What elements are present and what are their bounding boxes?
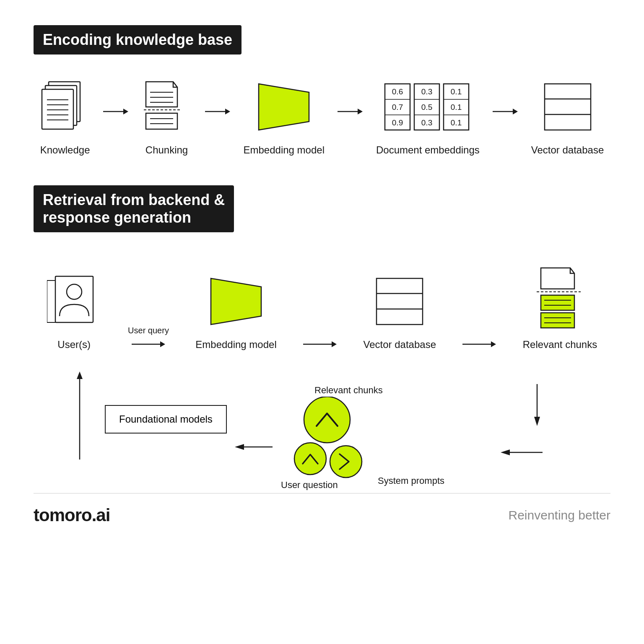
footer-logo: tomoro.ai xyxy=(34,505,110,525)
knowledge-label: Knowledge xyxy=(40,144,90,156)
embedding-model2-label: Embedding model xyxy=(195,339,276,351)
arrow-system-prompts xyxy=(501,446,543,459)
vector-db-icon xyxy=(540,80,595,134)
svg-rect-2 xyxy=(42,89,73,129)
arrow6 xyxy=(303,338,337,351)
svg-text:0.1: 0.1 xyxy=(451,87,462,96)
arrow7 xyxy=(462,338,496,351)
relevant-chunks-label: Relevant chunks xyxy=(523,339,597,351)
embedding-trapezoid xyxy=(254,80,313,134)
svg-text:0.1: 0.1 xyxy=(451,103,462,112)
svg-marker-19 xyxy=(259,84,309,130)
svg-marker-41 xyxy=(513,109,518,114)
svg-text:0.9: 0.9 xyxy=(392,118,403,127)
bottom-section: Foundational models xyxy=(34,371,610,480)
up-arrow xyxy=(73,371,86,460)
svg-rect-14 xyxy=(146,113,177,129)
page-container: Encoding knowledge base xyxy=(0,0,644,644)
relevant-chunks-icon xyxy=(532,266,587,329)
arrow-from-relevant xyxy=(531,384,543,426)
svg-text:0.7: 0.7 xyxy=(392,103,403,112)
arrow5 xyxy=(132,338,165,351)
svg-marker-18 xyxy=(225,109,230,114)
embedding-model-label: Embedding model xyxy=(244,144,325,156)
vector-db-label: Vector database xyxy=(531,144,604,156)
chunking-item: Chunking xyxy=(142,80,192,156)
svg-point-70 xyxy=(294,443,326,475)
embeddings-matrix-item: 0.6 0.7 0.9 0.3 0.5 0.3 0.1 0.1 xyxy=(376,80,480,156)
svg-marker-73 xyxy=(534,417,540,426)
section2-top-row: User(s) User query Embedding model xyxy=(34,266,610,359)
svg-rect-42 xyxy=(545,84,591,130)
svg-marker-49 xyxy=(160,341,165,347)
svg-text:0.1: 0.1 xyxy=(451,118,462,127)
vector-db-item: Vector database xyxy=(531,80,604,156)
arrow4 xyxy=(493,105,518,118)
relevant-chunks-label2: Relevant chunks xyxy=(314,385,383,396)
circle-cluster-svg xyxy=(277,397,377,480)
svg-marker-68 xyxy=(235,444,244,450)
footer: tomoro.ai Reinventing better xyxy=(34,493,610,525)
embedding-trapezoid2 xyxy=(207,274,265,329)
svg-point-71 xyxy=(330,446,362,478)
up-arrow-container xyxy=(73,371,86,460)
vector-db2-label: Vector database xyxy=(364,339,436,351)
svg-marker-9 xyxy=(123,109,128,114)
foundational-models-container: Foundational models xyxy=(105,405,227,434)
embedding-model2-item: Embedding model xyxy=(195,274,276,351)
embeddings-matrix: 0.6 0.7 0.9 0.3 0.5 0.3 0.1 0.1 xyxy=(383,80,473,134)
vector-db2-icon xyxy=(372,274,427,329)
section2: Retrieval from backend & response genera… xyxy=(34,185,610,480)
svg-marker-66 xyxy=(77,371,83,379)
section1-diagram: Knowledge xyxy=(34,80,610,156)
svg-marker-75 xyxy=(501,449,510,455)
doc-embeddings-label: Document embeddings xyxy=(376,144,480,156)
knowledge-item: Knowledge xyxy=(40,80,90,156)
svg-marker-57 xyxy=(491,341,496,347)
svg-marker-21 xyxy=(358,109,363,114)
arrow-to-foundational xyxy=(235,441,273,453)
section1-title: Encoding knowledge base xyxy=(34,25,242,55)
svg-marker-52 xyxy=(332,341,337,347)
arrow2 xyxy=(205,105,230,118)
svg-text:0.3: 0.3 xyxy=(421,87,432,96)
user-question-label: User question xyxy=(281,480,338,491)
chunking-icon xyxy=(142,80,192,134)
vector-db2-item: Vector database xyxy=(364,274,436,351)
svg-rect-53 xyxy=(377,278,423,325)
svg-rect-62 xyxy=(541,313,574,328)
embedding-model-item: Embedding model xyxy=(244,80,325,156)
svg-text:0.5: 0.5 xyxy=(421,103,432,112)
arrow1 xyxy=(103,105,128,118)
svg-text:0.6: 0.6 xyxy=(392,87,403,96)
svg-rect-59 xyxy=(541,295,574,310)
svg-point-69 xyxy=(304,397,350,443)
user-query-label: User query xyxy=(128,326,169,335)
users-label: User(s) xyxy=(57,339,91,351)
section2-title: Retrieval from backend & response genera… xyxy=(34,185,234,232)
section1: Encoding knowledge base xyxy=(34,25,610,164)
system-prompts-label: System prompts xyxy=(378,475,444,486)
circle-cluster: Relevant chunks User question System pro… xyxy=(277,397,377,482)
relevant-chunks-item: Relevant chunks xyxy=(523,266,597,351)
foundational-models-box: Foundational models xyxy=(105,405,227,434)
chunking-label: Chunking xyxy=(145,144,188,156)
knowledge-icon xyxy=(41,80,89,134)
users-item: User(s) xyxy=(47,274,101,351)
svg-text:0.3: 0.3 xyxy=(421,118,432,127)
arrow3 xyxy=(338,105,363,118)
footer-tagline: Reinventing better xyxy=(509,508,611,522)
foundational-models-label: Foundational models xyxy=(119,413,213,425)
users-icon xyxy=(47,274,101,329)
svg-marker-50 xyxy=(211,278,261,325)
